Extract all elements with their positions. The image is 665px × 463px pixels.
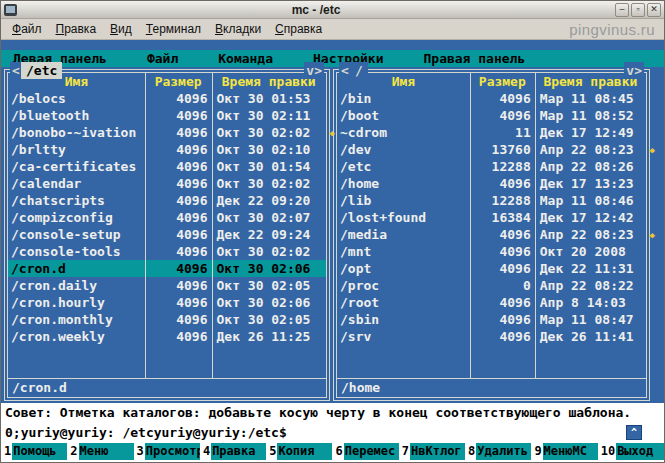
scroll-up-button[interactable]: ^ — [626, 425, 642, 440]
mc-menu-item[interactable]: Файл — [147, 51, 178, 66]
mc-area: Левая панельФайлКомандаНастройкиПравая п… — [1, 40, 664, 403]
file-row[interactable]: ~cdrom11Дек 17 12:49 — [337, 124, 646, 141]
file-mtime: Дек 22 11:31 — [535, 260, 646, 277]
file-mtime: Апр 22 08:23 — [535, 226, 646, 243]
column-separator — [212, 73, 213, 378]
file-row[interactable]: /compizconfig4096Окт 30 02:07 — [8, 209, 326, 226]
shell-prompt: 0;yuriy@yuriy: /etcyuriy@yuriy:/etc$ — [5, 425, 287, 440]
file-size: 4096 — [470, 294, 535, 311]
file-size: 4096 — [145, 141, 212, 158]
file-row[interactable]: /etc12288Апр 22 08:26 — [337, 158, 646, 175]
file-row[interactable]: /mnt4096Окт 20 2008 — [337, 243, 646, 260]
history-dropdown-icon[interactable]: v> — [304, 62, 324, 79]
file-row[interactable]: /lib12288Мар 11 08:46 — [337, 192, 646, 209]
fkey-label: Удалить — [476, 443, 531, 460]
file-row[interactable]: /belocs4096Окт 30 01:53 — [8, 90, 326, 107]
file-mtime: Окт 30 02:02 — [212, 175, 326, 192]
file-row[interactable]: /brltty4096Окт 30 02:10 — [8, 141, 326, 158]
menu-item[interactable]: Вид — [103, 22, 139, 36]
fkey-label: Просмотр — [145, 443, 200, 460]
file-mtime: Дек 17 12:42 — [535, 209, 646, 226]
file-size: 13760 — [470, 141, 535, 158]
fkey-8-button[interactable]: 8Удалить — [465, 443, 531, 460]
command-line[interactable]: 0;yuriy@yuriy: /etcyuriy@yuriy:/etc$ ^ — [1, 423, 664, 443]
file-mtime: Апр 22 08:23 — [535, 141, 646, 158]
left-panel-path[interactable]: /etc — [21, 62, 62, 79]
fkey-6-button[interactable]: 6Перемес — [332, 443, 398, 460]
file-mtime: Дек 17 13:23 — [535, 175, 646, 192]
menu-item[interactable]: Вкладки — [208, 22, 268, 36]
file-name: /calendar — [8, 175, 145, 192]
mc-menu-item[interactable]: Команда — [218, 51, 273, 66]
file-name: /cron.daily — [8, 277, 145, 294]
file-row[interactable]: /cron.daily4096Окт 30 02:05 — [8, 277, 326, 294]
file-size: 4096 — [145, 124, 212, 141]
file-row[interactable]: /console-setup4096Дек 22 09:24 — [8, 226, 326, 243]
file-mtime: Окт 30 02:10 — [212, 141, 326, 158]
file-size: 16384 — [470, 209, 535, 226]
file-name: /media — [337, 226, 470, 243]
file-row[interactable]: /cron.weekly4096Дек 26 11:25 — [8, 328, 326, 345]
fkey-2-button[interactable]: 2Меню — [67, 443, 133, 460]
fkey-3-button[interactable]: 3Просмотр — [134, 443, 200, 460]
file-name: /proc — [337, 277, 470, 294]
file-row[interactable]: /bonobo-~ivation4096Окт 30 02:02 — [8, 124, 326, 141]
file-row[interactable]: /boot4096Мар 11 08:52 — [337, 107, 646, 124]
file-row[interactable]: /calendar4096Окт 30 02:02 — [8, 175, 326, 192]
left-panel: < /etc v> Имя Размер Время правки /beloc… — [4, 69, 330, 401]
file-row[interactable]: /console-tools4096Окт 30 02:02 — [8, 243, 326, 260]
menu-item[interactable]: Файл — [5, 22, 49, 36]
file-row[interactable]: /cron.monthly4096Окт 30 02:05 — [8, 311, 326, 328]
file-size: 4096 — [470, 107, 535, 124]
mc-menu-item[interactable]: Правая панель — [423, 51, 525, 66]
file-row[interactable]: /bluetooth4096Окт 30 02:11 — [8, 107, 326, 124]
fkey-4-button[interactable]: 4Правка — [200, 443, 266, 460]
menu-item[interactable]: Терминал — [139, 22, 208, 36]
terminal-window: mc - /etc – ▫ ✕ ФайлПравкаВидТерминалВкл… — [0, 0, 665, 463]
file-row[interactable]: /ca-certificates4096Окт 30 01:54 — [8, 158, 326, 175]
file-row-selected[interactable]: /cron.d4096Окт 30 02:06 — [8, 260, 326, 277]
file-row[interactable]: /cron.hourly4096Окт 30 02:06 — [8, 294, 326, 311]
file-name: /belocs — [8, 90, 145, 107]
minimize-button[interactable]: – — [615, 3, 629, 17]
file-mtime: Дек 22 09:20 — [212, 192, 326, 209]
file-row[interactable]: /media4096Апр 22 08:23 — [337, 226, 646, 243]
file-row[interactable]: /bin4096Мар 11 08:45 — [337, 90, 646, 107]
fkey-9-button[interactable]: 9МенюМС — [531, 443, 597, 460]
file-row[interactable]: /lost+found16384Дек 17 12:42 — [337, 209, 646, 226]
file-row[interactable]: /home4096Дек 17 13:23 — [337, 175, 646, 192]
file-row[interactable]: /opt4096Дек 22 11:31 — [337, 260, 646, 277]
titlebar[interactable]: mc - /etc – ▫ ✕ — [1, 1, 664, 19]
file-row[interactable]: /chatscripts4096Дек 22 09:20 — [8, 192, 326, 209]
terminal-screen: Левая панельФайлКомандаНастройкиПравая п… — [1, 40, 664, 462]
scroll-marker-icon: ◆ — [650, 144, 655, 156]
column-header-size[interactable]: Размер — [145, 73, 212, 90]
right-panel-path[interactable]: / — [350, 62, 368, 79]
fkey-7-button[interactable]: 7НвКтлог — [399, 443, 465, 460]
maximize-button[interactable]: ▫ — [631, 3, 645, 17]
file-size: 4096 — [145, 158, 212, 175]
file-mtime: Окт 30 01:54 — [212, 158, 326, 175]
fkey-label: Выход — [616, 443, 664, 460]
fkey-10-button[interactable]: 10Выход — [598, 443, 664, 460]
file-name: /boot — [337, 107, 470, 124]
file-mtime: Окт 30 01:53 — [212, 90, 326, 107]
menu-item[interactable]: Правка — [49, 22, 104, 36]
file-row[interactable]: /proc0Апр 22 08:22 — [337, 277, 646, 294]
history-dropdown-icon[interactable]: v> — [624, 62, 644, 79]
file-name: /sbin — [337, 311, 470, 328]
file-mtime: Дек 22 09:24 — [212, 226, 326, 243]
fkey-number: 4 — [200, 443, 211, 460]
menu-item[interactable]: Справка — [268, 22, 329, 36]
column-header-size[interactable]: Размер — [470, 73, 535, 90]
fkey-1-button[interactable]: 1Помощь — [1, 443, 67, 460]
file-row[interactable]: /srv4096Дек 26 11:41 — [337, 328, 646, 345]
file-row[interactable]: /sbin4096Мар 11 08:47 — [337, 311, 646, 328]
file-size: 4096 — [470, 226, 535, 243]
file-row[interactable]: /root4096Апр 8 14:03 — [337, 294, 646, 311]
file-row[interactable]: /dev13760Апр 22 08:23 — [337, 141, 646, 158]
fkey-5-button[interactable]: 5Копия — [266, 443, 332, 460]
fkey-label: Помощь — [12, 443, 67, 460]
file-name: /home — [337, 175, 470, 192]
close-button[interactable]: ✕ — [647, 3, 661, 17]
